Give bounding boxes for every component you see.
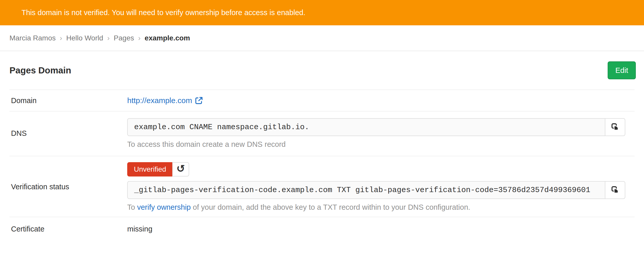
page-header: Pages Domain Edit: [0, 51, 644, 90]
certificate-row-label: Certificate: [9, 225, 127, 233]
copy-to-clipboard-icon: [611, 186, 619, 195]
domain-link-text: http://example.com: [127, 96, 192, 105]
dns-record-input-group: [127, 118, 625, 136]
page-title: Pages Domain: [9, 65, 71, 75]
domain-details-table: Domain http://example.com DNS: [9, 90, 635, 245]
copy-dns-record-button[interactable]: [605, 118, 625, 136]
external-link-icon: [195, 97, 203, 104]
dns-row-label: DNS: [9, 118, 127, 149]
verification-status-group: Unverified ↺: [127, 162, 189, 176]
edit-button[interactable]: Edit: [608, 61, 636, 79]
breadcrumb-separator-icon: ›: [138, 34, 141, 42]
breadcrumb-current: example.com: [145, 34, 190, 42]
verification-helper-suffix: of your domain, add the above key to a T…: [191, 203, 470, 211]
dns-record-input[interactable]: [127, 118, 605, 136]
table-row-dns: DNS To access this domain create a new D…: [9, 111, 635, 156]
table-row-verification-status: Verification status Unverified ↺: [9, 156, 635, 217]
warning-banner-text: This domain is not verified. You will ne…: [22, 8, 305, 17]
table-row-certificate: Certificate missing: [9, 217, 635, 245]
dns-helper-text: To access this domain create a new DNS r…: [127, 140, 635, 149]
copy-to-clipboard-icon: [611, 123, 619, 132]
breadcrumb-separator-icon: ›: [107, 34, 110, 42]
verification-helper-prefix: To: [127, 203, 137, 211]
retry-icon: ↺: [176, 163, 185, 174]
verification-helper-text: To verify ownership of your domain, add …: [127, 203, 635, 212]
verification-record-input[interactable]: [127, 181, 605, 199]
breadcrumb-item-project[interactable]: Hello World: [66, 34, 103, 42]
warning-banner: This domain is not verified. You will ne…: [0, 0, 644, 25]
domain-link[interactable]: http://example.com: [127, 96, 203, 105]
verification-record-input-group: [127, 181, 625, 199]
breadcrumb: Marcia Ramos › Hello World › Pages › exa…: [0, 25, 644, 51]
domain-row-label: Domain: [9, 96, 127, 105]
breadcrumb-separator-icon: ›: [60, 34, 62, 42]
verify-ownership-link[interactable]: verify ownership: [137, 203, 191, 211]
copy-verification-record-button[interactable]: [605, 181, 625, 199]
retry-verification-button[interactable]: ↺: [172, 162, 189, 176]
verification-row-label: Verification status: [9, 162, 127, 212]
breadcrumb-item-pages[interactable]: Pages: [114, 34, 134, 42]
certificate-value: missing: [127, 225, 152, 233]
breadcrumb-item-user[interactable]: Marcia Ramos: [9, 34, 56, 42]
unverified-status-badge[interactable]: Unverified: [127, 162, 173, 176]
table-row-domain: Domain http://example.com: [9, 90, 635, 111]
